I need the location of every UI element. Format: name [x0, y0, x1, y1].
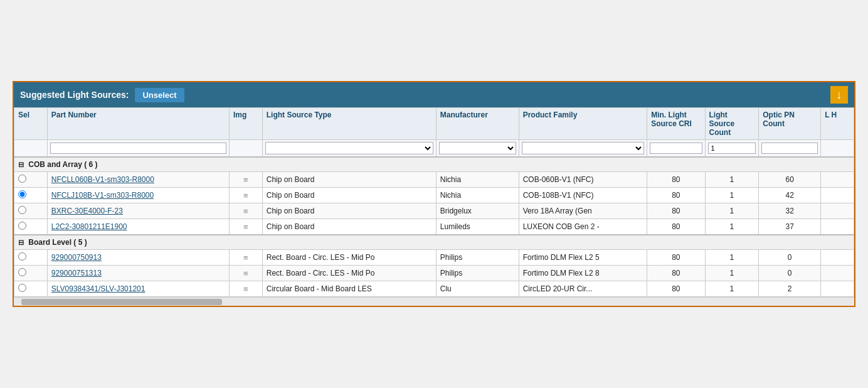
cell-lh [821, 250, 854, 266]
optic-filter-input[interactable] [761, 143, 818, 154]
cell-cri: 80 [647, 188, 705, 203]
table-row: NFCLL060B-V1-sm303-R8000≡Chip on BoardNi… [14, 172, 854, 188]
cell-mfr: Clu [436, 281, 519, 297]
cell-lst: Circular Board - Mid Board LES [262, 281, 436, 297]
cell-img[interactable]: ≡ [229, 281, 262, 297]
horizontal-scrollbar[interactable] [14, 297, 854, 306]
group-row[interactable]: ⊟ Board Level ( 5 ) [14, 235, 854, 250]
image-lines-icon[interactable]: ≡ [243, 191, 248, 200]
part-number-link[interactable]: SLV09384341/SLV-J301201 [51, 284, 146, 293]
image-lines-icon[interactable]: ≡ [243, 269, 248, 278]
cell-cri: 80 [647, 266, 705, 281]
sel-radio[interactable] [18, 252, 26, 261]
cell-sel[interactable] [14, 281, 48, 297]
filter-cri[interactable] [647, 140, 705, 158]
cell-lsc: 1 [705, 266, 759, 281]
filter-lsc[interactable] [705, 140, 759, 158]
header-title: Suggested Light Sources: [20, 90, 129, 100]
table-row: 929000750913≡Rect. Board - Circ. LES - M… [14, 250, 854, 266]
cell-lh [821, 219, 854, 235]
cell-img[interactable]: ≡ [229, 219, 262, 235]
filter-mfr[interactable] [436, 140, 519, 158]
part-number-link[interactable]: NFCLJ108B-V1-sm303-R8000 [51, 191, 154, 200]
cell-pf: COB-108B-V1 (NFC) [519, 188, 647, 203]
cell-img[interactable]: ≡ [229, 188, 262, 203]
cell-lst: Chip on Board [262, 188, 436, 203]
cell-lh [821, 266, 854, 281]
group-toggle-icon[interactable]: ⊟ [18, 161, 24, 168]
cell-optic: 2 [759, 281, 821, 297]
cell-part[interactable]: SLV09384341/SLV-J301201 [47, 281, 229, 297]
table-body: ⊟ COB and Array ( 6 )NFCLL060B-V1-sm303-… [14, 157, 854, 297]
part-number-link[interactable]: 929000751313 [51, 269, 102, 278]
lsc-filter-input[interactable] [708, 143, 756, 154]
image-lines-icon[interactable]: ≡ [243, 222, 248, 232]
col-header-lsc: Light Source Count [705, 108, 759, 140]
col-header-mfr: Manufacturer [436, 108, 519, 140]
filter-optic[interactable] [759, 140, 821, 158]
cell-part[interactable]: NFCLL060B-V1-sm303-R8000 [47, 172, 229, 188]
cell-lst: Chip on Board [262, 219, 436, 235]
filter-part[interactable] [47, 140, 229, 158]
sel-radio[interactable] [18, 190, 26, 198]
cell-sel[interactable] [14, 250, 48, 266]
filter-lst[interactable] [262, 140, 436, 158]
group-row[interactable]: ⊟ COB and Array ( 6 ) [14, 157, 854, 172]
cell-cri: 80 [647, 172, 705, 188]
cell-part[interactable]: BXRC-30E4000-F-23 [47, 203, 229, 219]
pf-filter-select[interactable] [522, 142, 644, 154]
lst-filter-select[interactable] [265, 142, 433, 154]
cell-lsc: 1 [705, 219, 759, 235]
column-headers-row: Sel Part Number Img Light Source Type Ma… [14, 108, 854, 140]
part-filter-input[interactable] [50, 143, 226, 154]
hscroll-thumb[interactable] [21, 299, 222, 305]
cell-part[interactable]: NFCLJ108B-V1-sm303-R8000 [47, 188, 229, 203]
cell-sel[interactable] [14, 266, 48, 281]
cell-part[interactable]: 929000750913 [47, 250, 229, 266]
cell-img[interactable]: ≡ [229, 203, 262, 219]
cell-optic: 60 [759, 172, 821, 188]
cell-part[interactable]: L2C2-30801211E1900 [47, 219, 229, 235]
sel-radio[interactable] [18, 284, 26, 292]
sel-radio[interactable] [18, 175, 26, 183]
image-lines-icon[interactable]: ≡ [243, 284, 248, 294]
unselect-button[interactable]: Unselect [135, 88, 184, 102]
table-row: L2C2-30801211E1900≡Chip on BoardLumileds… [14, 219, 854, 235]
cell-mfr: Lumileds [436, 219, 519, 235]
cell-lsc: 1 [705, 250, 759, 266]
cri-filter-input[interactable] [650, 143, 702, 154]
part-number-link[interactable]: BXRC-30E4000-F-23 [51, 207, 123, 215]
cell-img[interactable]: ≡ [229, 266, 262, 281]
mfr-filter-select[interactable] [439, 142, 516, 154]
sel-radio[interactable] [18, 206, 26, 214]
col-header-lst: Light Source Type [262, 108, 436, 140]
table-row: BXRC-30E4000-F-23≡Chip on BoardBridgelux… [14, 203, 854, 219]
part-number-link[interactable]: 929000750913 [51, 253, 102, 262]
sel-radio[interactable] [18, 268, 26, 276]
col-header-img: Img [229, 108, 262, 140]
cell-cri: 80 [647, 219, 705, 235]
part-number-link[interactable]: L2C2-30801211E1900 [51, 222, 127, 231]
part-number-link[interactable]: NFCLL060B-V1-sm303-R8000 [51, 175, 154, 184]
cell-sel[interactable] [14, 172, 48, 188]
cell-pf: CircLED 20-UR Cir... [519, 281, 647, 297]
image-lines-icon[interactable]: ≡ [243, 175, 248, 185]
down-arrow-icon[interactable]: ↓ [830, 86, 848, 104]
group-toggle-icon[interactable]: ⊟ [18, 239, 24, 246]
col-header-optic: Optic PN Count [759, 108, 821, 140]
col-header-lh: L H [821, 108, 854, 140]
cell-sel[interactable] [14, 188, 48, 203]
cell-lsc: 1 [705, 281, 759, 297]
cell-img[interactable]: ≡ [229, 250, 262, 266]
filter-pf[interactable] [519, 140, 647, 158]
cell-img[interactable]: ≡ [229, 172, 262, 188]
image-lines-icon[interactable]: ≡ [243, 253, 248, 262]
filter-lh [821, 140, 854, 158]
cell-sel[interactable] [14, 219, 48, 235]
cell-sel[interactable] [14, 203, 48, 219]
image-lines-icon[interactable]: ≡ [243, 207, 248, 216]
col-header-sel: Sel [14, 108, 48, 140]
sel-radio[interactable] [18, 222, 26, 230]
cell-part[interactable]: 929000751313 [47, 266, 229, 281]
cell-cri: 80 [647, 203, 705, 219]
